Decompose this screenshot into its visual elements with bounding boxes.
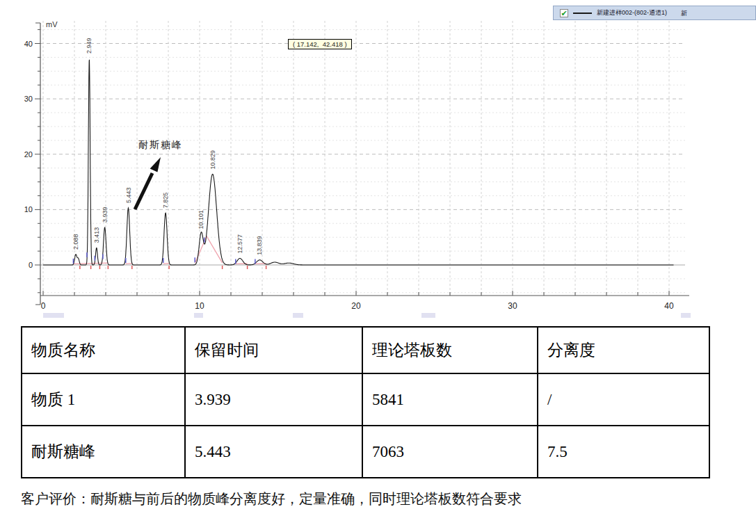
signal-trace [43, 60, 674, 265]
cursor-coordinate-tooltip: ( 17.142, 42.418 ) [288, 39, 352, 49]
svg-text:10: 10 [195, 301, 204, 311]
header-resolution: 分离度 [538, 327, 709, 373]
artifact [293, 313, 303, 318]
svg-text:20: 20 [24, 150, 33, 159]
cell-retention: 5.443 [185, 426, 362, 478]
svg-text:30: 30 [24, 95, 33, 103]
svg-text:40: 40 [24, 40, 33, 48]
y-axis-unit-label: mV [46, 20, 58, 29]
table-row: 耐斯糖峰 5.443 7063 7.5 [22, 426, 709, 478]
artifact [194, 313, 203, 318]
cell-substance: 物质 1 [22, 373, 185, 426]
svg-text:0: 0 [29, 261, 33, 269]
legend-line-sample [573, 13, 592, 14]
peak-label: 10.101 [198, 210, 204, 229]
peak-label: 3.939 [102, 207, 108, 223]
artifact [43, 313, 64, 318]
legend-checkbox[interactable]: ✔ [560, 9, 568, 17]
svg-text:30: 30 [508, 301, 517, 311]
peak-label: 10.829 [209, 150, 216, 170]
header-retention: 保留时间 [185, 327, 362, 373]
svg-text:0: 0 [41, 301, 46, 311]
header-plates: 理论塔板数 [362, 327, 538, 373]
legend-next-series-partial: 新 [681, 9, 687, 18]
results-table: 物质名称 保留时间 理论塔板数 分离度 物质 1 3.939 5841 / 耐斯… [21, 326, 710, 478]
cell-plates: 5841 [362, 373, 538, 426]
legend-series-label[interactable]: 新建进样002-(802-通道1) [597, 8, 667, 17]
chromatogram-panel: 010203040010203040mV2.0882.9493.4133.939… [0, 0, 756, 321]
table-header-row: 物质名称 保留时间 理论塔板数 分离度 [22, 327, 709, 373]
peak-label: 2.088 [72, 234, 79, 250]
svg-text:40: 40 [664, 301, 674, 311]
cell-resolution: / [538, 373, 709, 426]
peak-label: 2.949 [86, 38, 93, 54]
header-substance: 物质名称 [22, 327, 185, 373]
table-row: 物质 1 3.939 5841 / [22, 373, 709, 426]
peak-label: 12.577 [236, 234, 243, 254]
svg-text:20: 20 [351, 301, 361, 311]
artifact [681, 313, 691, 318]
cell-retention: 3.939 [185, 373, 362, 426]
peak-label: 13.839 [256, 236, 263, 255]
nystose-peak-annotation: 耐斯糖峰 [138, 139, 183, 152]
peak-label: 7.825 [162, 193, 169, 209]
peak-label: 3.413 [93, 227, 100, 243]
annotation-arrow [135, 173, 152, 209]
artifact [421, 313, 435, 318]
svg-text:10: 10 [24, 205, 33, 213]
cell-resolution: 7.5 [538, 426, 709, 478]
cell-plates: 7063 [362, 426, 538, 478]
peak-label: 5.443 [125, 187, 132, 203]
legend-bar: ✔ 新建进样002-(802-通道1) 新 [553, 6, 756, 20]
customer-evaluation-note: 客户评价：耐斯糖与前后的物质峰分离度好，定量准确，同时理论塔板数符合要求 [21, 490, 730, 508]
cell-substance: 耐斯糖峰 [22, 426, 185, 478]
report-page: 010203040010203040mV2.0882.9493.4133.939… [0, 0, 756, 532]
